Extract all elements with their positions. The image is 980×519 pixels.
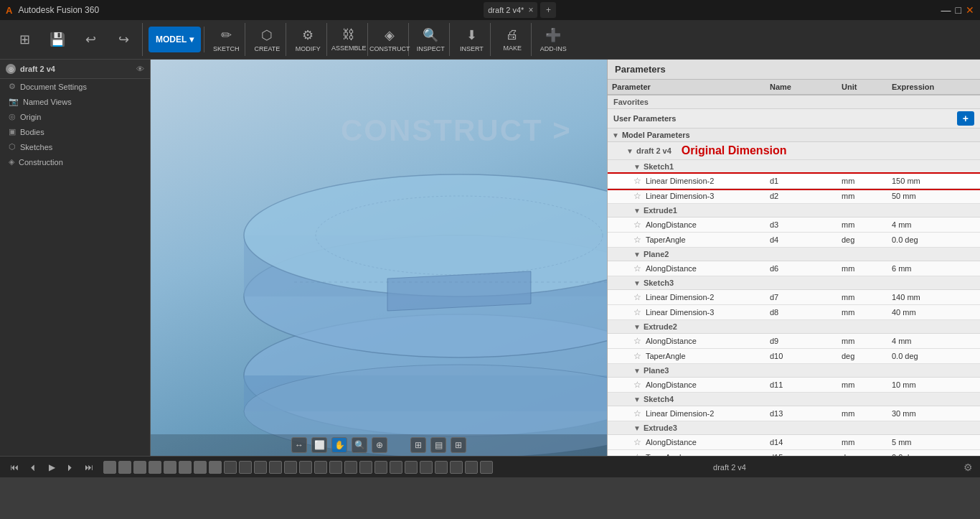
params-section-plane2[interactable]: ▼ Plane2 <box>608 248 980 261</box>
add-user-param-btn[interactable]: + <box>957 111 974 126</box>
viewport-zoom-fit-btn[interactable]: ⊕ <box>372 437 387 453</box>
param-row-d15[interactable]: ☆ TaperAngle d15 deg 0.0 deg <box>608 450 980 456</box>
params-section-sketch4[interactable]: ▼ Sketch4 <box>608 393 980 406</box>
star-icon-d15[interactable]: ☆ <box>633 452 641 456</box>
timeline-icon-7[interactable] <box>209 461 222 474</box>
draft-node-section[interactable]: ▼ draft 2 v4 Original Dimension <box>608 142 980 160</box>
timeline-icon-25[interactable] <box>480 461 493 474</box>
timeline-icon-23[interactable] <box>450 461 463 474</box>
grid-menu-btn[interactable]: ⊞ <box>9 23 40 56</box>
sidebar-item-named-views[interactable]: 📷 Named Views <box>0 94 150 109</box>
close-btn[interactable]: ✕ <box>966 4 974 16</box>
params-section-sketch3[interactable]: ▼ Sketch3 <box>608 276 980 290</box>
sidebar-item-doc-settings[interactable]: ⚙ Document Settings <box>0 79 150 94</box>
viewport-display-btn[interactable]: ▤ <box>430 437 446 453</box>
save-btn[interactable]: 💾 <box>42 23 73 56</box>
add-tab-btn[interactable]: + <box>540 2 556 18</box>
timeline-icon-20[interactable] <box>405 461 418 474</box>
minimize-btn[interactable]: — <box>941 4 951 16</box>
param-row-d4[interactable]: ☆ TaperAngle d4 deg 0.0 deg <box>608 233 980 248</box>
params-section-plane3[interactable]: ▼ Plane3 <box>608 364 980 378</box>
star-icon-d13[interactable]: ☆ <box>633 408 641 419</box>
params-scroll-area[interactable]: Parameter Name Unit Expression Favorites… <box>608 80 980 456</box>
timeline-icon-17[interactable] <box>359 461 372 474</box>
sidebar-item-sketches[interactable]: ⬡ Sketches <box>0 139 150 154</box>
model-params-section[interactable]: ▼ Model Parameters <box>608 128 980 142</box>
create-btn[interactable]: ⬡ CREATE <box>251 23 283 56</box>
star-icon-d2[interactable]: ☆ <box>633 191 641 201</box>
addins-btn[interactable]: ➕ ADD-INS <box>537 23 569 56</box>
play-btn[interactable]: ▶ <box>44 460 59 474</box>
star-icon-d4[interactable]: ☆ <box>633 235 641 245</box>
param-row-d6[interactable]: ☆ AlongDistance d6 mm 6 mm <box>608 261 980 276</box>
timeline-icon-3[interactable] <box>149 461 161 474</box>
insert-btn[interactable]: ⬇ INSERT <box>456 23 487 56</box>
timeline-icon-21[interactable] <box>420 461 433 474</box>
play-back-btn[interactable]: ⏴ <box>26 460 40 474</box>
timeline-icon-14[interactable] <box>314 461 327 474</box>
star-icon-d8[interactable]: ☆ <box>633 307 641 317</box>
timeline-icon-12[interactable] <box>284 461 297 474</box>
viewport-hand-btn[interactable]: ✋ <box>331 437 347 453</box>
timeline-icon-8[interactable] <box>224 461 237 474</box>
timeline-icon-24[interactable] <box>465 461 478 474</box>
model-dropdown-btn[interactable]: MODEL ▾ <box>149 27 201 52</box>
star-icon-d6[interactable]: ☆ <box>633 263 641 273</box>
play-end-btn[interactable]: ⏭ <box>82 460 96 474</box>
timeline-icon-19[interactable] <box>390 461 402 474</box>
timeline-icon-10[interactable] <box>254 461 267 474</box>
tab-close-btn[interactable]: × <box>528 5 533 15</box>
param-row-d10[interactable]: ☆ TaperAngle d10 deg 0.0 deg <box>608 349 980 364</box>
timeline-icon-0[interactable] <box>103 461 116 474</box>
star-icon-d11[interactable]: ☆ <box>633 380 641 390</box>
viewport-zoom-btn[interactable]: 🔍 <box>352 437 367 453</box>
play-start-btn[interactable]: ⏮ <box>7 460 22 474</box>
param-row-d11[interactable]: ☆ AlongDistance d11 mm 10 mm <box>608 378 980 393</box>
inspect-btn[interactable]: 🔍 INSPECT <box>415 23 446 56</box>
param-row-d7[interactable]: ☆ Linear Dimension-2 d7 mm 140 mm <box>608 290 980 305</box>
timeline-icon-13[interactable] <box>299 461 312 474</box>
params-section-sketch1[interactable]: ▼ Sketch1 <box>608 160 980 174</box>
star-icon-d3[interactable]: ☆ <box>633 220 641 230</box>
viewport-navigate-btn[interactable]: ↔ <box>291 437 307 453</box>
params-section-extrude3[interactable]: ▼ Extrude3 <box>608 421 980 435</box>
timeline-icon-15[interactable] <box>329 461 342 474</box>
timeline-icon-18[interactable] <box>374 461 387 474</box>
sidebar-item-origin[interactable]: ◎ Origin <box>0 109 150 124</box>
timeline-icon-2[interactable] <box>133 461 146 474</box>
param-row-d13[interactable]: ☆ Linear Dimension-2 d13 mm 30 mm <box>608 406 980 421</box>
settings-icon[interactable]: ⚙ <box>963 462 973 473</box>
param-row-d2[interactable]: ☆ Linear Dimension-3 d2 mm 50 mm <box>608 189 980 204</box>
timeline-icon-6[interactable] <box>194 461 207 474</box>
star-icon-d14[interactable]: ☆ <box>633 437 641 447</box>
timeline-icon-11[interactable] <box>269 461 282 474</box>
viewport-fit-btn[interactable]: ⬜ <box>311 437 327 453</box>
timeline-icon-9[interactable] <box>239 461 252 474</box>
star-icon-d1[interactable]: ☆ <box>633 176 641 186</box>
param-row-d8[interactable]: ☆ Linear Dimension-3 d8 mm 40 mm <box>608 305 980 320</box>
play-fwd-btn[interactable]: ⏵ <box>63 460 77 474</box>
timeline-icon-5[interactable] <box>179 461 192 474</box>
sidebar-item-construction[interactable]: ◈ Construction <box>0 154 150 169</box>
param-row-d14[interactable]: ☆ AlongDistance d14 mm 5 mm <box>608 435 980 450</box>
viewport-grid-btn[interactable]: ⊞ <box>410 437 426 453</box>
assemble-btn[interactable]: ⛓ ASSEMBLE <box>333 23 364 56</box>
timeline-icon-16[interactable] <box>344 461 357 474</box>
timeline-icon-4[interactable] <box>164 461 176 474</box>
construct-btn[interactable]: ◈ CONSTRUCT <box>374 23 405 56</box>
param-row-d9[interactable]: ☆ AlongDistance d9 mm 4 mm <box>608 334 980 349</box>
star-icon-d7[interactable]: ☆ <box>633 292 641 302</box>
undo-btn[interactable]: ↩ <box>75 23 106 56</box>
star-icon-d9[interactable]: ☆ <box>633 336 641 346</box>
timeline-icon-1[interactable] <box>118 461 131 474</box>
param-row-d3[interactable]: ☆ AlongDistance d3 mm 4 mm <box>608 218 980 233</box>
sketch-btn[interactable]: ✏ SKETCH <box>210 23 242 56</box>
modify-btn[interactable]: ⚙ MODIFY <box>292 23 324 56</box>
sidebar-item-bodies[interactable]: ▣ Bodies <box>0 124 150 139</box>
viewport[interactable]: CONSTRUCT > ↔ ⬜ ✋ 🔍 ⊕ ⊞ <box>151 60 607 456</box>
params-section-extrude2[interactable]: ▼ Extrude2 <box>608 320 980 334</box>
maximize-btn[interactable]: □ <box>956 4 961 16</box>
viewport-capture-btn[interactable]: ⊞ <box>451 437 466 453</box>
param-row-d1[interactable]: ☆ Linear Dimension-2 d1 mm 150 mm <box>608 174 980 189</box>
star-icon-d10[interactable]: ☆ <box>633 351 641 361</box>
